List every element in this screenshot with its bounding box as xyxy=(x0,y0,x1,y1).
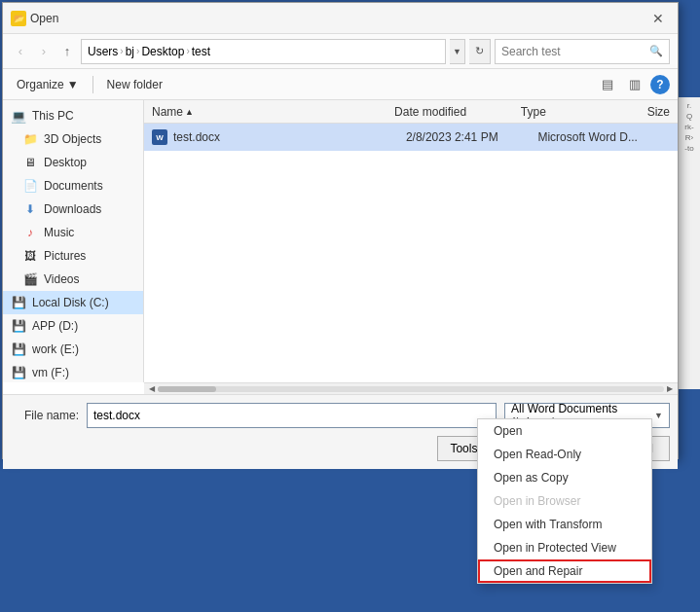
sidebar-item-label-vm-f: vm (F:) xyxy=(32,366,69,379)
sidebar: 💻 This PC 📁 3D Objects 🖥 Desktop 📄 Docum… xyxy=(3,100,144,382)
music-icon: ♪ xyxy=(22,225,38,240)
menu-item-open-read-only[interactable]: Open Read-Only xyxy=(478,443,651,466)
col-type-label: Type xyxy=(521,105,546,119)
sidebar-item-desktop[interactable]: 🖥 Desktop xyxy=(3,151,143,174)
table-row[interactable]: W test.docx 2/8/2023 2:41 PM Microsoft W… xyxy=(144,124,678,151)
sidebar-item-label-3d: 3D Objects xyxy=(44,132,101,146)
title-bar-left: 📂 Open xyxy=(11,11,58,26)
word-file-icon: W xyxy=(152,129,167,145)
pictures-icon: 🖼 xyxy=(22,248,38,264)
organize-button[interactable]: Organize ▼ xyxy=(11,76,85,93)
sidebar-item-this-pc[interactable]: 💻 This PC xyxy=(3,104,143,127)
view-button-list[interactable]: ▤ xyxy=(596,74,619,95)
sidebar-item-label-desktop: Desktop xyxy=(44,156,87,169)
sidebar-item-label-downloads: Downloads xyxy=(44,202,101,216)
up-button[interactable]: ↑ xyxy=(57,42,77,61)
file-date-cell: 2/8/2023 2:41 PM xyxy=(398,130,531,144)
sidebar-item-music[interactable]: ♪ Music xyxy=(3,221,143,244)
help-button[interactable]: ? xyxy=(650,75,670,94)
sidebar-item-label-pictures: Pictures xyxy=(44,249,86,263)
dialog-icon: 📂 xyxy=(11,11,26,26)
new-folder-button[interactable]: New folder xyxy=(101,76,168,93)
sidebar-item-label-work-e: work (E:) xyxy=(32,342,79,356)
toolbar: Organize ▼ New folder ▤ ▥ ? xyxy=(3,69,678,100)
organize-arrow: ▼ xyxy=(67,78,79,91)
search-box: 🔍 xyxy=(495,39,670,64)
videos-icon: 🎬 xyxy=(22,271,38,287)
sidebar-item-downloads[interactable]: ⬇ Downloads xyxy=(3,198,143,221)
scrollbar-thumb[interactable] xyxy=(158,386,216,392)
sidebar-item-app-d[interactable]: 💾 APP (D:) xyxy=(3,314,143,338)
sidebar-item-videos[interactable]: 🎬 Videos xyxy=(3,268,143,291)
tools-label: Tools xyxy=(450,442,477,455)
right-edge-text: r. xyxy=(687,101,691,110)
path-separator-2: › xyxy=(136,46,139,56)
address-dropdown[interactable]: ▼ xyxy=(450,39,465,64)
column-header-size[interactable]: Size xyxy=(640,100,678,123)
sidebar-item-label-music: Music xyxy=(44,226,74,239)
right-edge-text5: -to xyxy=(684,144,693,153)
sidebar-item-work-e[interactable]: 💾 work (E:) xyxy=(3,338,143,361)
horizontal-scrollbar[interactable]: ◀ ▶ xyxy=(144,382,678,394)
view-button-details[interactable]: ▥ xyxy=(623,74,646,95)
scroll-right-arrow[interactable]: ▶ xyxy=(664,383,676,395)
filetype-arrow: ▼ xyxy=(654,411,663,420)
menu-item-open[interactable]: Open xyxy=(478,419,651,443)
column-header-name[interactable]: Name ▲ xyxy=(144,100,387,123)
menu-item-open-in-browser: Open in Browser xyxy=(478,489,651,513)
disk-c-icon: 💾 xyxy=(11,295,26,310)
menu-item-open-in-protected-view[interactable]: Open in Protected View xyxy=(478,536,651,559)
filename-input[interactable] xyxy=(87,403,497,428)
content-area: 💻 This PC 📁 3D Objects 🖥 Desktop 📄 Docum… xyxy=(3,100,678,382)
column-header-type[interactable]: Type xyxy=(513,100,640,123)
desktop-icon: 🖥 xyxy=(22,155,38,170)
sidebar-item-label-videos: Videos xyxy=(44,272,79,286)
sidebar-item-label-local-disk-c: Local Disk (C:) xyxy=(32,296,109,309)
path-separator-3: › xyxy=(186,46,189,56)
forward-button[interactable]: › xyxy=(34,42,54,61)
back-button[interactable]: ‹ xyxy=(11,42,30,61)
scrollbar-track xyxy=(158,386,664,392)
sidebar-item-3d-objects[interactable]: 📁 3D Objects xyxy=(3,127,143,151)
toolbar-right: ▤ ▥ ? xyxy=(596,74,670,95)
context-menu: Open Open Read-Only Open as Copy Open in… xyxy=(477,418,652,584)
right-edge-text3: rk- xyxy=(684,123,693,131)
menu-item-open-and-repair[interactable]: Open and Repair xyxy=(478,559,651,583)
sidebar-item-vm-f[interactable]: 💾 vm (F:) xyxy=(3,361,143,382)
col-date-label: Date modified xyxy=(394,105,466,119)
column-header-date[interactable]: Date modified xyxy=(387,100,513,123)
menu-item-open-as-copy[interactable]: Open as Copy xyxy=(478,466,651,489)
disk-d-icon: 💾 xyxy=(11,318,26,334)
organize-label: Organize xyxy=(17,78,64,91)
address-path[interactable]: Users › bj › Desktop › test xyxy=(81,39,446,64)
path-part-desktop: Desktop xyxy=(141,45,184,58)
sidebar-item-label-documents: Documents xyxy=(44,179,103,193)
file-list: Name ▲ Date modified Type Size W test.do… xyxy=(144,100,678,382)
documents-icon: 📄 xyxy=(22,178,38,194)
col-sort-arrow: ▲ xyxy=(185,107,194,117)
path-part-users: Users xyxy=(88,45,118,58)
computer-icon: 💻 xyxy=(11,108,26,124)
path-separator-1: › xyxy=(120,46,123,56)
path-part-test: test xyxy=(192,45,210,58)
search-input[interactable] xyxy=(501,45,649,58)
sidebar-item-documents[interactable]: 📄 Documents xyxy=(3,174,143,198)
address-bar: ‹ › ↑ Users › bj › Desktop › test ▼ ↻ 🔍 xyxy=(3,34,678,69)
toolbar-separator xyxy=(92,76,93,93)
new-folder-label: New folder xyxy=(107,78,163,91)
filename-label: File name: xyxy=(11,409,79,422)
sidebar-item-pictures[interactable]: 🖼 Pictures xyxy=(3,244,143,268)
close-button[interactable]: ✕ xyxy=(646,9,670,28)
open-dialog: 📂 Open ✕ ‹ › ↑ Users › bj › Desktop › te… xyxy=(2,2,679,459)
right-edge-text2: Q xyxy=(686,112,692,121)
sidebar-item-local-disk-c[interactable]: 💾 Local Disk (C:) xyxy=(3,291,143,314)
sidebar-item-label-this-pc: This PC xyxy=(32,109,74,123)
file-type-cell: Microsoft Word D... xyxy=(530,130,662,144)
file-name: test.docx xyxy=(173,130,220,144)
menu-item-open-with-transform[interactable]: Open with Transform xyxy=(478,513,651,536)
file-list-header: Name ▲ Date modified Type Size xyxy=(144,100,678,124)
scroll-left-arrow[interactable]: ◀ xyxy=(146,383,158,395)
disk-e-icon: 💾 xyxy=(11,342,26,357)
refresh-button[interactable]: ↻ xyxy=(469,39,491,64)
sidebar-item-label-app-d: APP (D:) xyxy=(32,319,78,333)
